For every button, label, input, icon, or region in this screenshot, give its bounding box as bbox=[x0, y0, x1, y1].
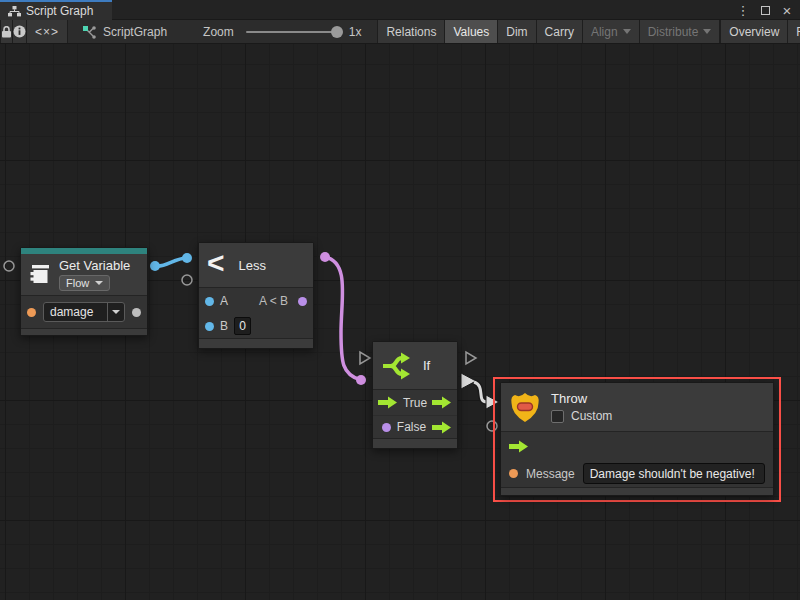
node-title: If bbox=[423, 358, 430, 373]
code-toggle-button[interactable]: <×> bbox=[26, 20, 68, 43]
info-button[interactable] bbox=[12, 20, 27, 43]
zoom-slider[interactable] bbox=[246, 31, 341, 33]
zoom-slider-handle[interactable] bbox=[331, 26, 343, 38]
menu-icon[interactable]: ⋮ bbox=[734, 1, 752, 19]
wire-endpoint bbox=[320, 252, 330, 262]
tab-script-graph[interactable]: Script Graph bbox=[0, 0, 112, 20]
fullscreen-button[interactable]: Full Screen bbox=[787, 20, 800, 43]
less-result-port[interactable] bbox=[298, 297, 307, 306]
zoom-value: 1x bbox=[349, 25, 362, 39]
maximize-icon[interactable] bbox=[756, 1, 774, 19]
port-hint-triangle[interactable] bbox=[466, 352, 476, 364]
wire-endpoint bbox=[356, 375, 366, 385]
graph-toolbar: <×> ScriptGraph Zoom 1x Relations Values… bbox=[0, 20, 800, 44]
close-icon[interactable]: × bbox=[778, 1, 796, 19]
message-port[interactable] bbox=[509, 469, 518, 478]
dim-button[interactable]: Dim bbox=[497, 20, 536, 43]
flow-in-port[interactable] bbox=[378, 396, 398, 409]
branch-icon bbox=[381, 351, 413, 381]
port-hint-circle[interactable] bbox=[4, 261, 14, 271]
message-label: Message bbox=[526, 467, 575, 481]
tab-bar: Script Graph ⋮ × bbox=[0, 0, 800, 20]
variable-icon bbox=[27, 263, 53, 287]
carry-button[interactable]: Carry bbox=[536, 20, 583, 43]
node-get-variable[interactable]: Get Variable Flow damage bbox=[20, 247, 148, 336]
values-button[interactable]: Values bbox=[444, 20, 498, 43]
false-out-port[interactable] bbox=[432, 421, 452, 434]
less-b-port[interactable] bbox=[205, 322, 214, 331]
variable-value-out-port[interactable] bbox=[132, 308, 141, 317]
chevron-down-icon bbox=[112, 310, 120, 314]
lock-icon bbox=[1, 26, 12, 38]
node-less[interactable]: < Less A A < B B 0 bbox=[198, 242, 314, 349]
zoom-control: Zoom 1x bbox=[203, 20, 361, 43]
chevron-down-icon bbox=[703, 29, 711, 34]
node-if[interactable]: If True False bbox=[372, 341, 458, 449]
condition-port[interactable] bbox=[382, 423, 391, 432]
true-out-port[interactable] bbox=[432, 396, 452, 409]
align-button[interactable]: Align bbox=[582, 20, 640, 43]
overview-button[interactable]: Overview bbox=[720, 20, 788, 43]
chevron-down-icon bbox=[623, 29, 631, 34]
custom-checkbox[interactable] bbox=[551, 410, 564, 423]
flow-wire-start-arrow bbox=[461, 373, 476, 389]
node-title: Less bbox=[239, 258, 266, 273]
variable-scope-dropdown[interactable]: Flow bbox=[59, 275, 110, 291]
graph-name-chip[interactable]: ScriptGraph bbox=[82, 20, 167, 43]
distribute-button[interactable]: Distribute bbox=[639, 20, 721, 43]
graph-tree-icon bbox=[8, 6, 21, 17]
scriptgraph-icon bbox=[82, 25, 97, 39]
node-title: Get Variable bbox=[59, 258, 130, 273]
code-toggle-icon: <×> bbox=[35, 25, 59, 39]
variable-name-port[interactable] bbox=[27, 308, 36, 317]
wire-endpoint bbox=[150, 261, 160, 271]
port-hint-circle[interactable] bbox=[182, 275, 192, 285]
node-throw[interactable]: Throw Custom Message Damage shouldn't be… bbox=[500, 382, 774, 496]
graph-canvas[interactable]: Get Variable Flow damage < Less bbox=[0, 44, 800, 600]
variable-name-dropdown[interactable]: damage bbox=[43, 302, 125, 322]
tab-title: Script Graph bbox=[26, 4, 93, 18]
window-controls: ⋮ × bbox=[734, 0, 796, 20]
info-icon bbox=[13, 25, 26, 38]
wire-endpoint bbox=[182, 253, 192, 263]
less-a-port[interactable] bbox=[205, 297, 214, 306]
relations-button[interactable]: Relations bbox=[377, 20, 445, 43]
less-icon: < bbox=[207, 248, 225, 278]
wire-less-to-if[interactable] bbox=[325, 257, 361, 380]
node-title: Throw bbox=[551, 391, 612, 406]
graph-name-label: ScriptGraph bbox=[103, 25, 167, 39]
port-hint-triangle[interactable] bbox=[360, 352, 370, 364]
zoom-label: Zoom bbox=[203, 25, 234, 39]
message-input-field[interactable]: Damage shouldn't be negative! bbox=[583, 463, 765, 484]
custom-checkbox-label: Custom bbox=[571, 409, 612, 423]
less-b-value-field[interactable]: 0 bbox=[234, 317, 251, 335]
flow-in-port[interactable] bbox=[509, 440, 529, 453]
throw-shield-icon bbox=[509, 390, 541, 424]
chevron-down-icon bbox=[95, 281, 103, 285]
